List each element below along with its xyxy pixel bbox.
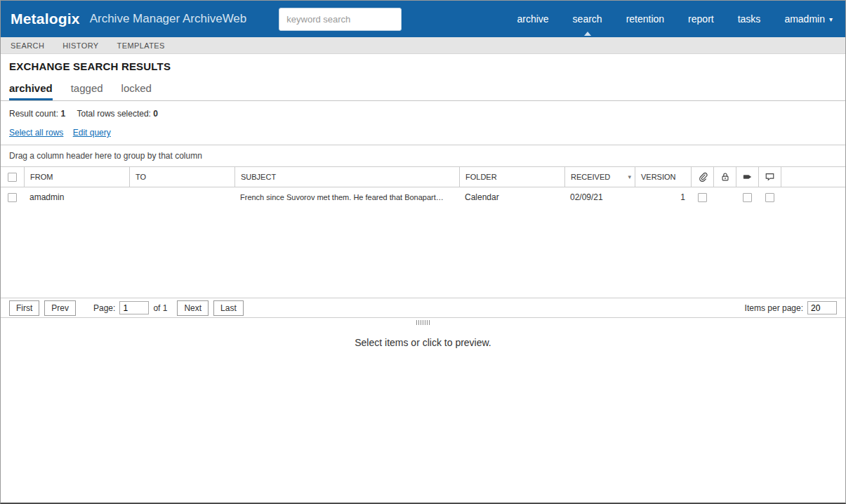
nav-item-retention-label: retention — [626, 13, 664, 25]
table-header-row: FROM TO SUBJECT FOLDER RECEIVED ▾ VERSIO… — [1, 167, 845, 187]
column-header-folder[interactable]: FOLDER — [459, 167, 564, 187]
column-header-version[interactable]: VERSION — [635, 167, 691, 187]
column-header-attachment[interactable] — [691, 167, 713, 187]
column-header-from[interactable]: FROM — [24, 167, 129, 187]
select-all-checkbox[interactable] — [8, 173, 17, 182]
column-header-subject[interactable]: SUBJECT — [234, 167, 459, 187]
user-menu-label: amadmin — [784, 13, 825, 25]
row-comment-checkbox[interactable] — [765, 193, 774, 202]
table-row[interactable]: amadmin French since Suvorov met them. H… — [1, 187, 845, 207]
first-page-button[interactable]: First — [9, 300, 39, 316]
row-checkbox-cell — [1, 187, 24, 207]
subnav-item-history[interactable]: HISTORY — [53, 41, 107, 50]
result-tabs: archived tagged locked — [9, 82, 845, 100]
row-locked-cell — [713, 187, 736, 207]
row-attachment-checkbox[interactable] — [698, 193, 707, 202]
tab-archived[interactable]: archived — [9, 82, 53, 100]
next-page-button[interactable]: Next — [177, 300, 209, 316]
results-info: Result count: 1 Total rows selected: 0 S… — [1, 101, 845, 145]
group-by-hint[interactable]: Drag a column header here to group by th… — [1, 145, 845, 167]
row-tagged-cell — [736, 187, 758, 207]
last-page-button[interactable]: Last — [213, 300, 244, 316]
column-header-filler — [781, 167, 845, 187]
active-nav-indicator-icon — [584, 32, 591, 36]
nav-item-archive-label: archive — [517, 13, 548, 25]
user-menu[interactable]: amadmin ▾ — [784, 1, 833, 37]
column-filter-dropdown-icon[interactable]: ▾ — [628, 173, 631, 180]
row-filler — [781, 187, 845, 207]
prev-page-button[interactable]: Prev — [44, 300, 76, 316]
column-header-received-label: RECEIVED — [571, 173, 610, 181]
select-all-checkbox-cell — [1, 167, 24, 187]
nav-item-report[interactable]: report — [688, 1, 714, 37]
items-per-page-label: Items per page: — [745, 303, 803, 313]
keyword-search-input[interactable] — [279, 8, 402, 31]
row-received: 02/09/21 — [564, 187, 635, 207]
product-title: Archive Manager ArchiveWeb — [90, 12, 247, 26]
nav-item-archive[interactable]: archive — [517, 1, 548, 37]
row-folder: Calendar — [459, 187, 564, 207]
row-version: 1 — [635, 187, 691, 207]
page-label: Page: — [93, 303, 115, 313]
result-count-label: Result count: — [9, 109, 58, 119]
row-attachment-cell — [691, 187, 713, 207]
row-comment-cell — [758, 187, 781, 207]
result-links: Select all rows Edit query — [9, 128, 837, 138]
nav-item-search[interactable]: search — [573, 1, 602, 37]
preview-hint: Select items or click to preview. — [1, 337, 845, 348]
top-nav: archive search retention report tasks am… — [517, 1, 833, 37]
items-per-page-input[interactable] — [807, 301, 837, 314]
page-title: EXCHANGE SEARCH RESULTS — [9, 60, 845, 72]
row-tagged-checkbox[interactable] — [743, 193, 752, 202]
column-header-tagged[interactable] — [736, 167, 758, 187]
subnav-item-search[interactable]: SEARCH — [9, 41, 53, 50]
sub-nav: SEARCH HISTORY TEMPLATES — [1, 37, 845, 54]
column-header-received[interactable]: RECEIVED ▾ — [564, 167, 635, 187]
nav-item-tasks-label: tasks — [738, 13, 761, 25]
comment-icon — [765, 172, 775, 182]
nav-item-search-label: search — [573, 13, 602, 25]
tab-locked[interactable]: locked — [121, 82, 152, 100]
row-checkbox[interactable] — [8, 193, 17, 202]
select-all-rows-link[interactable]: Select all rows — [9, 128, 63, 138]
row-subject: French since Suvorov met them. He feared… — [234, 187, 459, 207]
table-body: amadmin French since Suvorov met them. H… — [1, 187, 845, 298]
page-of-label: of 1 — [153, 303, 167, 313]
rows-selected-label: Total rows selected: — [77, 109, 151, 119]
column-header-to[interactable]: TO — [129, 167, 234, 187]
nav-item-report-label: report — [688, 13, 714, 25]
row-from: amadmin — [24, 187, 129, 207]
nav-item-retention[interactable]: retention — [626, 1, 664, 37]
pagination-bar: First Prev Page: of 1 Next Last Items pe… — [1, 298, 845, 318]
column-header-comment[interactable] — [758, 167, 781, 187]
archiveweb-window: Metalogix Archive Manager ArchiveWeb arc… — [0, 0, 846, 504]
paperclip-icon — [698, 172, 708, 182]
chevron-down-icon: ▾ — [829, 15, 833, 23]
tab-tagged[interactable]: tagged — [71, 82, 103, 100]
lock-icon — [720, 172, 730, 182]
top-header: Metalogix Archive Manager ArchiveWeb arc… — [1, 1, 845, 37]
result-count-value: 1 — [60, 109, 65, 119]
metalogix-logo: Metalogix — [11, 11, 80, 27]
tag-icon — [742, 172, 753, 182]
page-number-input[interactable] — [119, 301, 149, 314]
row-to — [129, 187, 234, 207]
rows-selected-value: 0 — [153, 109, 158, 119]
edit-query-link[interactable]: Edit query — [73, 128, 111, 138]
column-header-locked[interactable] — [713, 167, 736, 187]
subnav-item-templates[interactable]: TEMPLATES — [108, 41, 174, 50]
result-counts: Result count: 1 Total rows selected: 0 — [9, 109, 837, 119]
preview-splitter-handle[interactable] — [1, 318, 845, 327]
nav-item-tasks[interactable]: tasks — [738, 1, 761, 37]
